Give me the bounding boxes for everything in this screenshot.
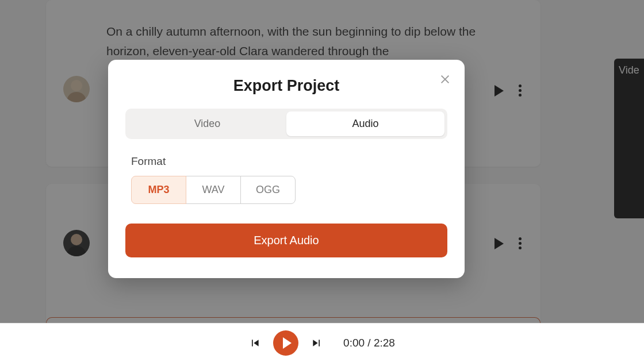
export-type-tabs: Video Audio [125, 109, 447, 139]
skip-next-icon[interactable] [311, 337, 323, 349]
format-options: MP3 WAV OGG [131, 176, 447, 204]
modal-title: Export Project [125, 77, 447, 95]
close-icon[interactable] [438, 72, 452, 86]
format-option-wav[interactable]: WAV [186, 176, 241, 204]
playback-time: 0:00 / 2:28 [343, 337, 395, 349]
tab-audio[interactable]: Audio [286, 111, 444, 136]
export-project-modal: Export Project Video Audio Format MP3 WA… [108, 60, 465, 278]
format-option-mp3[interactable]: MP3 [131, 176, 186, 204]
format-option-ogg[interactable]: OGG [240, 176, 296, 204]
play-button[interactable] [273, 330, 298, 356]
skip-previous-icon[interactable] [249, 337, 260, 349]
tab-video[interactable]: Video [128, 111, 286, 136]
format-label: Format [131, 155, 447, 168]
export-audio-button[interactable]: Export Audio [125, 224, 447, 257]
playback-bar: 0:00 / 2:28 [0, 323, 644, 362]
